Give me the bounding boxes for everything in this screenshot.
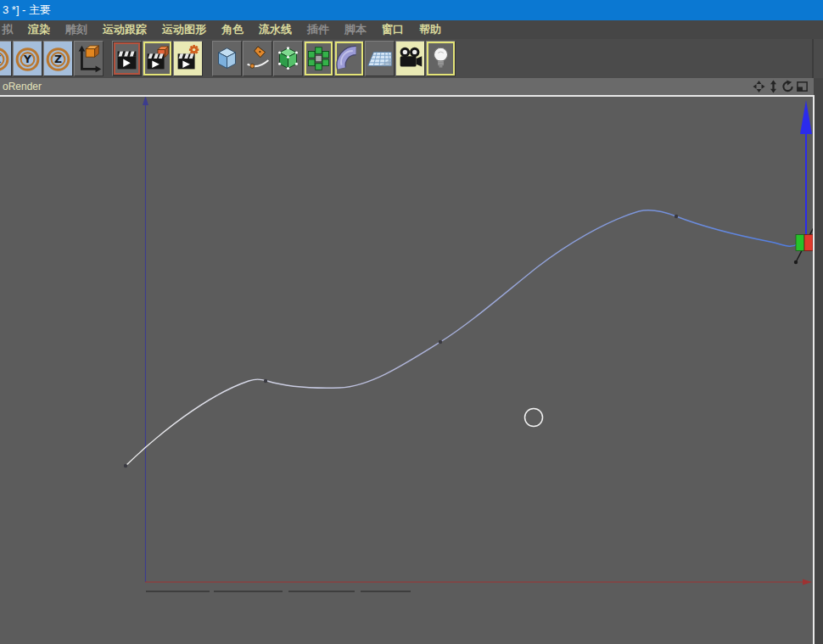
render-group <box>112 41 203 76</box>
menu-item-4[interactable]: 运动图形 <box>154 20 214 39</box>
menu-item-9[interactable]: 窗口 <box>374 20 412 39</box>
zoom-icon[interactable] <box>767 80 780 93</box>
window-title: 3 *] - 主要 <box>3 3 51 16</box>
render-view-icon <box>118 52 137 70</box>
coordinate-system-button[interactable] <box>74 41 104 76</box>
coordinate-system-icon <box>79 46 102 72</box>
y-axis-lock-icon: Y <box>17 49 38 70</box>
viewport-header: oRender <box>0 78 814 95</box>
spline-point-3[interactable] <box>675 215 678 218</box>
title-bar: 3 *] - 主要 <box>0 0 823 20</box>
menu-item-8[interactable]: 脚本 <box>337 20 374 39</box>
render-to-picture-viewer-button[interactable] <box>143 41 172 76</box>
camera-button[interactable] <box>395 41 425 76</box>
svg-text:Z: Z <box>54 53 62 65</box>
world-y-axis-arrowhead <box>143 97 148 105</box>
subdivision-surface-button[interactable] <box>273 41 303 76</box>
menu-item-1[interactable]: 渲染 <box>20 20 58 39</box>
spline-pen-button[interactable] <box>243 41 272 76</box>
x-axis-lock-icon: X <box>0 49 8 70</box>
cube-primitive-button[interactable] <box>212 41 242 76</box>
bend-deformer-icon <box>341 51 356 69</box>
floor-grid-button[interactable] <box>365 41 395 76</box>
camera-icon <box>400 48 423 67</box>
application-window: 3 *] - 主要 拟渲染雕刻运动跟踪运动图形角色流水线插件脚本窗口帮助 X Y <box>0 0 823 644</box>
mograph-cloner-button[interactable] <box>304 41 333 76</box>
menu-item-2[interactable]: 雕刻 <box>58 20 95 39</box>
menubar: 拟渲染雕刻运动跟踪运动图形角色流水线插件脚本窗口帮助 <box>0 20 823 39</box>
floor-grid-icon <box>368 52 392 65</box>
axis-lock-group: X Y Z <box>0 41 104 76</box>
spline-pen-icon <box>248 47 269 68</box>
toolbar-divider <box>812 39 814 78</box>
menu-item-7[interactable]: 插件 <box>300 20 337 39</box>
selected-point-red[interactable] <box>804 235 813 251</box>
menu-item-10[interactable]: 帮助 <box>412 20 449 39</box>
spline-point-0[interactable] <box>124 464 127 468</box>
mograph-cloner-icon <box>308 48 328 70</box>
spline-curve[interactable] <box>126 210 798 466</box>
spline-point-2[interactable] <box>439 340 442 344</box>
viewport-canvas[interactable] <box>0 97 813 644</box>
y-axis-lock-button[interactable]: Y <box>13 41 42 76</box>
svg-text:Y: Y <box>23 53 32 65</box>
menu-item-0[interactable]: 拟 <box>0 20 20 39</box>
render-view-button[interactable] <box>112 41 142 76</box>
viewport-title: oRender <box>3 78 42 95</box>
subdivision-surface-icon <box>278 47 298 70</box>
world-x-axis-arrowhead <box>803 580 812 585</box>
rotate-icon[interactable] <box>781 80 794 93</box>
cursor-circle <box>525 409 543 427</box>
spline-point-1[interactable] <box>264 379 267 383</box>
cube-primitive-icon <box>219 48 236 69</box>
light-button[interactable] <box>426 41 456 76</box>
toggle-layout-icon[interactable] <box>796 80 809 93</box>
z-axis-lock-icon: Z <box>48 49 69 70</box>
selected-point-green[interactable] <box>796 235 804 251</box>
render-to-picture-viewer-icon <box>148 47 169 70</box>
right-gutter <box>815 78 823 644</box>
render-settings-button[interactable] <box>173 41 203 76</box>
toolbar: X Y Z <box>0 39 823 78</box>
light-bulb-icon <box>434 48 447 67</box>
menu-item-5[interactable]: 角色 <box>214 20 251 39</box>
y-gizmo-arrowhead[interactable] <box>800 100 812 134</box>
z-axis-lock-button[interactable]: Z <box>43 41 73 76</box>
menu-item-6[interactable]: 流水线 <box>251 20 300 39</box>
tangent-handle-dot-b[interactable] <box>794 260 798 264</box>
viewport-nav <box>753 80 810 93</box>
pan-icon[interactable] <box>753 80 765 93</box>
viewport-drawing <box>124 97 813 591</box>
x-axis-lock-button[interactable]: X <box>0 41 12 76</box>
create-group <box>212 41 456 76</box>
menu-item-3[interactable]: 运动跟踪 <box>95 20 154 39</box>
render-settings-icon <box>178 45 199 70</box>
bend-deformer-button[interactable] <box>334 41 364 76</box>
